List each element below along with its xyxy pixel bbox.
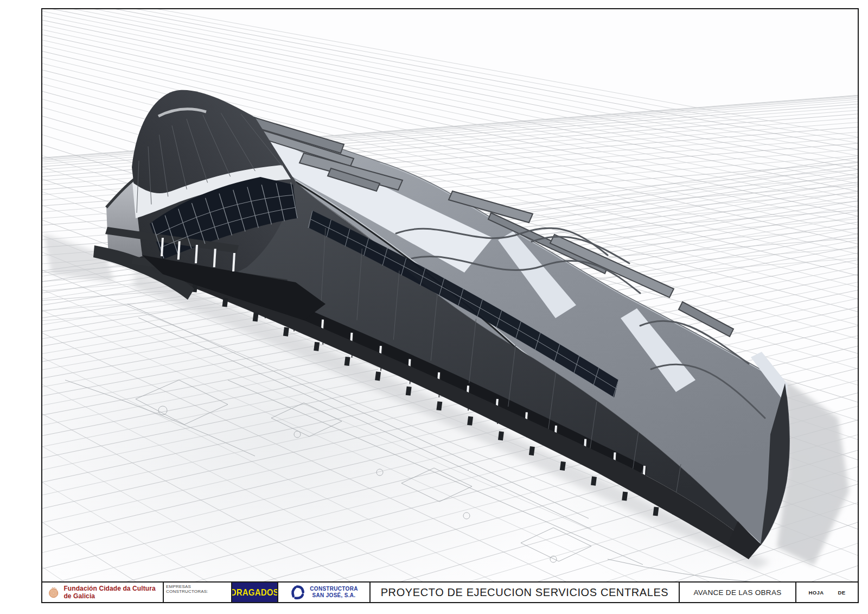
triangle-swirl-icon <box>290 584 306 600</box>
spiral-shell-icon <box>48 585 59 600</box>
san-jose-logo-text: CONSTRUCTORA SAN JOSÉ, S.A. <box>310 586 358 599</box>
san-jose-line2: SAN JOSÉ, S.A. <box>312 592 356 598</box>
owner-name: Fundación Cidade da Cultura de Galicia <box>63 585 163 600</box>
contractors-cell: EMPRESAS CONSTRUCTORAS: <box>164 583 232 602</box>
building-rendering <box>41 8 859 603</box>
project-title-cell: PROYECTO DE EJECUCION SERVICIOS CENTRALE… <box>371 583 680 602</box>
contractors-label: EMPRESAS CONSTRUCTORAS: <box>164 583 231 594</box>
stage-label: AVANCE DE LAS OBRAS <box>694 588 782 597</box>
dragados-logo-text: DRAGADOS <box>232 587 278 597</box>
stage-cell: AVANCE DE LAS OBRAS <box>680 583 796 602</box>
contractor-dragados-cell: DRAGADOS <box>232 583 278 602</box>
de-label: DE <box>838 590 846 596</box>
sheet-number-cell: HOJA DE <box>796 583 858 602</box>
hoja-label: HOJA <box>809 590 824 596</box>
title-block: Fundación Cidade da Cultura de Galicia E… <box>42 581 858 602</box>
owner-cell: Fundación Cidade da Cultura de Galicia <box>42 583 164 602</box>
contractor-san-jose-cell: CONSTRUCTORA SAN JOSÉ, S.A. <box>278 583 371 602</box>
san-jose-line1: CONSTRUCTORA <box>310 586 358 592</box>
drawing-sheet: Fundación Cidade da Cultura de Galicia E… <box>41 8 859 603</box>
project-title: PROYECTO DE EJECUCION SERVICIOS CENTRALE… <box>381 586 669 599</box>
